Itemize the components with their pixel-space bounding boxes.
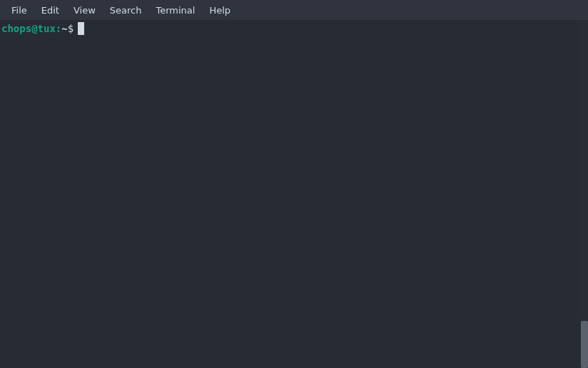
prompt-line: chops@tux:~$ [1,21,578,36]
cursor-icon [78,22,84,35]
scrollbar-thumb[interactable] [581,321,588,368]
scrollbar-track[interactable] [579,20,588,368]
menubar: File Edit View Search Terminal Help [0,0,588,20]
menu-terminal[interactable]: Terminal [148,2,202,19]
prompt-userhost: chops@tux: [1,21,61,36]
menu-file[interactable]: File [4,2,34,19]
menu-view[interactable]: View [66,2,103,19]
menu-help[interactable]: Help [202,2,238,19]
menu-edit[interactable]: Edit [34,2,66,19]
terminal-viewport[interactable]: chops@tux:~$ [0,20,579,368]
prompt-symbol: $ [68,21,74,36]
menu-search[interactable]: Search [103,2,149,19]
prompt-path: ~ [61,21,67,36]
